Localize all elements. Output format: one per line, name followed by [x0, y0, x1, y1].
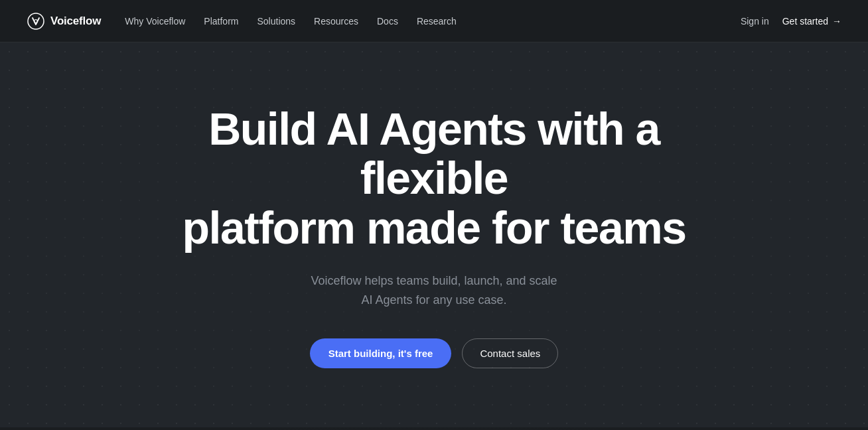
hero-title-line1: Build AI Agents with a flexible: [208, 104, 660, 204]
nav-links: Why Voiceflow Platform Solutions Resourc…: [125, 16, 457, 27]
navbar: Voiceflow Why Voiceflow Platform Solutio…: [0, 0, 868, 42]
hero-content: Build AI Agents with a flexible platform…: [135, 104, 733, 369]
svg-point-0: [28, 13, 44, 29]
nav-link-platform[interactable]: Platform: [204, 16, 238, 27]
hero-title-line2: platform made for teams: [182, 202, 686, 253]
nav-link-solutions[interactable]: Solutions: [257, 16, 295, 27]
get-started-label: Get started: [782, 16, 828, 27]
hero-title: Build AI Agents with a flexible platform…: [162, 104, 706, 253]
nav-link-docs[interactable]: Docs: [377, 16, 398, 27]
logo-text: Voiceflow: [50, 15, 101, 28]
hero-subtitle: Voiceflow helps teams build, launch, and…: [311, 271, 557, 310]
nav-link-why-voiceflow[interactable]: Why Voiceflow: [125, 16, 185, 27]
bottom-bar: [0, 427, 868, 430]
start-building-button[interactable]: Start building, it's free: [310, 338, 452, 368]
navbar-right: Sign in Get started →: [741, 16, 841, 27]
navbar-left: Voiceflow Why Voiceflow Platform Solutio…: [27, 12, 457, 31]
get-started-arrow: →: [832, 16, 841, 27]
hero-buttons: Start building, it's free Contact sales: [310, 338, 559, 368]
get-started-button[interactable]: Get started →: [782, 16, 841, 27]
hero-subtitle-line2: AI Agents for any use case.: [361, 293, 506, 307]
sign-in-button[interactable]: Sign in: [741, 16, 769, 27]
nav-link-resources[interactable]: Resources: [314, 16, 358, 27]
logo[interactable]: Voiceflow: [27, 12, 101, 31]
voiceflow-logo-icon: [27, 12, 45, 31]
hero-section: Build AI Agents with a flexible platform…: [0, 42, 868, 430]
hero-subtitle-line1: Voiceflow helps teams build, launch, and…: [311, 274, 557, 287]
nav-link-research[interactable]: Research: [417, 16, 457, 27]
contact-sales-button[interactable]: Contact sales: [462, 338, 558, 368]
